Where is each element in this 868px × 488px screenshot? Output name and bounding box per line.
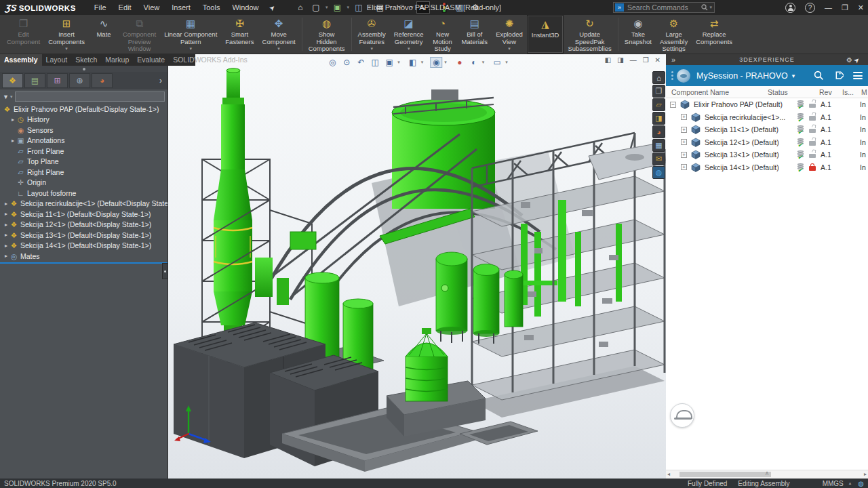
panel-menu-icon[interactable]	[853, 72, 863, 79]
component-row[interactable]: +Sekcija recirkulacije<1>... ✔ A.1 In	[666, 111, 868, 124]
filter-funnel-icon[interactable]: ▼	[3, 94, 9, 100]
collapse-chevron-icon[interactable]: ∧	[765, 470, 770, 476]
collapse-expander[interactable]: −	[670, 102, 676, 108]
tree-item-sekcija-13[interactable]: ▸❖Sekcija 13<1> (Default<Display State-1…	[0, 230, 167, 241]
minimize-button[interactable]: —	[825, 3, 832, 12]
tree-item-right-plane[interactable]: ▸▱Right Plane	[0, 167, 167, 178]
replace-components-button[interactable]: ⇄Replace Components	[692, 15, 736, 54]
tab-layout[interactable]: Layout	[42, 54, 72, 66]
expand-arrow-icon[interactable]: ▸	[3, 222, 9, 228]
menu-window[interactable]: Window	[226, 1, 264, 14]
panel-expand-icon[interactable]: »	[671, 56, 675, 64]
tab-assembly[interactable]: Assembly	[0, 54, 42, 66]
doc-minimize-button[interactable]: —	[630, 56, 637, 64]
tab-sketch[interactable]: Sketch	[71, 54, 101, 66]
expand-arrow-icon[interactable]: ▸	[3, 243, 9, 249]
zoom-to-area-icon[interactable]: ⊙	[340, 57, 353, 68]
previous-pane-icon[interactable]: ◧	[605, 56, 611, 64]
menu-insert[interactable]: Insert	[165, 1, 197, 14]
edit-appearance-icon[interactable]: ●	[454, 57, 466, 68]
assembly-features-caret-icon[interactable]: ▾	[370, 46, 373, 52]
custom-properties-icon[interactable]: ▦	[652, 139, 665, 152]
tree-item-sensors[interactable]: ▸◉Sensors	[0, 125, 167, 136]
tree-item-origin[interactable]: ▸✛Origin	[0, 178, 167, 188]
expand-arrow-icon[interactable]: ▸	[3, 201, 9, 207]
zoom-to-fit-icon[interactable]: ◎	[326, 57, 338, 68]
search-scope-icon[interactable]: »	[615, 3, 624, 12]
display-manager-tab-icon[interactable]: ◕	[92, 73, 113, 88]
tab-evaluate[interactable]: Evaluate	[133, 54, 169, 66]
apply-scene-icon[interactable]: ◐	[468, 57, 480, 68]
component-row[interactable]: +Sekcija 11<1> (Default) ✔ A.1 In	[666, 123, 868, 136]
session-title[interactable]: MySession - PRAHOVO	[696, 71, 788, 81]
menu-view[interactable]: View	[138, 1, 166, 14]
tree-item-root[interactable]: ❖Elixir Prahovo PAP (Default<Display Sta…	[0, 104, 167, 115]
open-caret-icon[interactable]: ▾	[347, 5, 349, 10]
tree-item-sekcija-14[interactable]: ▸❖Sekcija 14<1> (Default<Display State-1…	[0, 241, 167, 251]
tree-item-sekcija-recirkulacije[interactable]: ▸❖Sekcija recirkulacije<1> (Default<Disp…	[0, 199, 167, 209]
component-row[interactable]: +Sekcija 12<1> (Default) ✔ A.1 In	[666, 136, 868, 149]
view-palette-icon[interactable]: ◨	[652, 112, 665, 125]
tree-filter-input[interactable]	[15, 92, 165, 102]
next-pane-icon[interactable]: ◨	[617, 56, 623, 64]
reference-geometry-button[interactable]: ◪Reference Geometry▾	[390, 15, 428, 54]
dimxpert-manager-tab-icon[interactable]: ⊕	[69, 73, 90, 88]
rollback-bar[interactable]	[0, 262, 167, 264]
units-caret-icon[interactable]: ▴	[849, 481, 852, 486]
session-caret-icon[interactable]: ▾	[792, 73, 795, 79]
home-icon[interactable]: ⌂	[294, 1, 307, 14]
previous-view-icon[interactable]: ↶	[355, 57, 367, 68]
restore-button[interactable]: ❐	[842, 3, 848, 12]
scrollbar-thumb[interactable]	[679, 472, 771, 477]
scroll-left-icon[interactable]: ◂	[667, 471, 670, 477]
expand-expander[interactable]: +	[681, 152, 687, 158]
view-orientation-icon[interactable]: ▣	[383, 57, 395, 68]
menu-edit[interactable]: Edit	[113, 1, 138, 14]
col-issued[interactable]: Is...	[842, 88, 861, 96]
new-caret-icon[interactable]: ▾	[326, 5, 328, 10]
new-motion-study-button[interactable]: ◔New Motion Study	[428, 15, 458, 54]
file-explorer-icon[interactable]: ▱	[652, 98, 665, 111]
expand-arrow-icon[interactable]: ▸	[3, 232, 9, 238]
tree-item-mates[interactable]: ▸◎Mates	[0, 251, 167, 262]
display-style-caret-icon[interactable]: ▾	[421, 60, 424, 65]
fm-tabs-overflow-icon[interactable]: ›	[159, 76, 162, 85]
panel-search-icon[interactable]	[814, 70, 824, 81]
close-button[interactable]: ✕	[858, 3, 864, 12]
component-row[interactable]: +Sekcija 13<1> (Default) ✔ A.1 In	[666, 148, 868, 161]
move-component-caret-icon[interactable]: ▾	[277, 46, 280, 52]
new-document-icon[interactable]: ▢	[309, 1, 323, 14]
panel-splitter-handle[interactable]	[162, 263, 168, 279]
expand-arrow-icon[interactable]: ▸	[3, 211, 9, 217]
hide-show-caret-icon[interactable]: ▾	[444, 60, 447, 65]
feature-tree-tab-icon[interactable]: ❖	[2, 73, 23, 88]
configuration-manager-tab-icon[interactable]: ⊞	[47, 73, 68, 88]
col-rev[interactable]: Rev	[819, 88, 842, 96]
component-row-root[interactable]: −Elixir Prahovo PAP (Default) ✔ A.1 In	[666, 98, 868, 111]
assistant-helmet-icon[interactable]	[670, 403, 694, 428]
status-globe-icon[interactable]: ◍	[858, 480, 864, 487]
scroll-right-icon[interactable]: ▸	[864, 471, 867, 477]
assembly-features-button[interactable]: ✇Assembly Features▾	[354, 15, 390, 54]
tree-item-history[interactable]: ▸◷History	[0, 115, 167, 125]
insert-components-caret-icon[interactable]: ▾	[65, 46, 68, 52]
tag-icon[interactable]	[833, 70, 844, 81]
graphics-viewport[interactable]: ◎ ⊙ ↶ ◫ ▣▾ ◧▾ ◉▾ ● ◐▾ ▭▾ ◧ ◨ — ❐ ✕ ⌂ ❒	[168, 54, 666, 479]
view-settings-caret-icon[interactable]: ▾	[505, 60, 508, 65]
filter-caret-icon[interactable]: ▾	[10, 94, 13, 100]
show-hidden-components-button[interactable]: ◍Show Hidden Components	[304, 15, 349, 54]
tree-item-layout-fosforne[interactable]: ▸∟Layout fosforne	[0, 188, 167, 199]
forum-icon[interactable]: ✉	[652, 152, 665, 165]
search-input[interactable]: Search Commands	[627, 3, 701, 12]
menu-pin-icon[interactable]: ➤	[267, 3, 277, 12]
linear-component-pattern-button[interactable]: ▦Linear Component Pattern▾	[160, 15, 221, 54]
expand-arrow-icon[interactable]: ▸	[3, 253, 9, 259]
tree-item-front-plane[interactable]: ▸▱Front Plane	[0, 146, 167, 157]
component-row-locked[interactable]: +Sekcija 14<1> (Default) ✔ A.1 In	[666, 161, 868, 174]
tree-item-sekcija-11[interactable]: ▸❖Sekcija 11<1> (Default<Display State-1…	[0, 209, 167, 220]
property-manager-tab-icon[interactable]: ▤	[24, 73, 45, 88]
view-settings-icon[interactable]: ▭	[491, 57, 503, 68]
expand-arrow-icon[interactable]: ▸	[9, 138, 16, 144]
display-style-icon[interactable]: ◧	[407, 57, 419, 68]
exploded-view-caret-icon[interactable]: ▾	[508, 46, 511, 52]
